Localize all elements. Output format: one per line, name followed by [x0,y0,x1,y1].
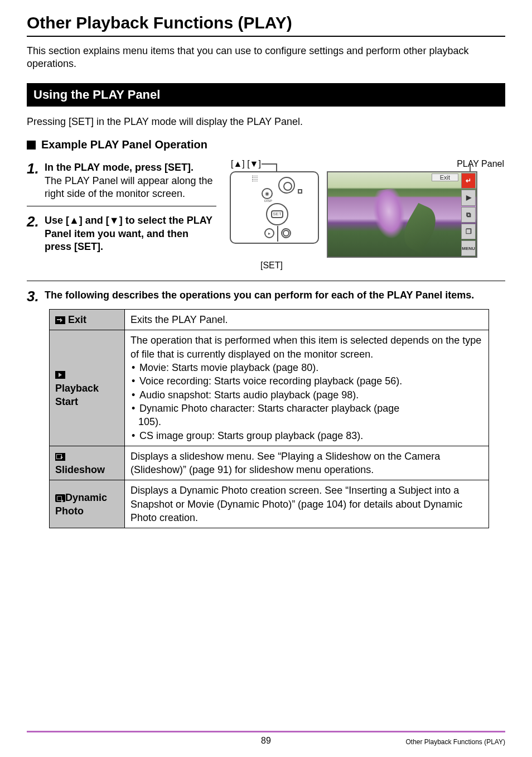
example-heading: Example PLAY Panel Operation [27,138,505,151]
arrows-label: [▲] [▼] [231,159,261,169]
square-bullet-icon [27,141,36,150]
page-number: 89 [186,736,346,746]
screen-illustration: Exit ↵ ▶ ⧉ ❐ MENU [327,171,477,269]
step-1-head: In the PLAY mode, press [SET]. [45,161,216,174]
step-2: 2. Use [▲] and [▼] to select the PLAY Pa… [27,212,216,253]
playback-label-1: Playback [55,383,99,394]
menu-button-icon [281,228,291,238]
slideshow-label: Slideshow [55,464,105,475]
row-exit-header: Exit [50,310,125,330]
screen-exit-label: Exit [432,173,458,181]
play-button-icon: ▸ [264,228,274,238]
step-3: 3. The following describes the operation… [27,287,505,303]
dynamic-label-2: Photo [55,505,84,517]
step-number: 1. [27,161,40,200]
table-row: Slideshow Displays a slideshow menu. See… [50,446,489,480]
divider [27,206,216,206]
page-footer: 89 Other Playback Functions (PLAY) [0,731,532,746]
section-heading: Using the PLAY Panel [27,83,505,107]
set-button-icon: SET [271,210,283,218]
footer-chapter: Other Playback Functions (PLAY) [346,738,505,746]
table-row: Dynamic Photo Displays a Dynamic Photo c… [50,480,489,528]
panel-slideshow-icon: ⧉ [461,207,476,223]
exit-label: Exit [68,314,86,325]
dynamic-label-1: Dynamic [65,492,107,503]
play-panel-label: PLAY Panel [457,159,504,169]
dynamic-photo-icon [55,494,65,502]
chapter-title: Other Playback Functions (PLAY) [27,13,505,37]
table-row: Playback Start The operation that is per… [50,330,489,446]
row-slideshow-header: Slideshow [50,446,125,480]
divider [27,281,505,281]
list-item: Movie: Starts movie playback (page 80). [132,361,483,374]
cs-button-icon [298,189,302,194]
playback-intro: The operation that is performed when thi… [130,334,483,361]
list-item: CS image group: Starts group playback (p… [132,429,483,442]
panel-return-icon: ↵ [461,173,476,189]
slideshow-icon [55,453,65,461]
row-dynamic-desc: Displays a Dynamic Photo creation screen… [125,480,489,528]
step-number: 2. [27,214,40,253]
step-number: 3. [27,289,40,303]
play-panel-strip: ↵ ▶ ⧉ ❐ MENU [461,172,476,257]
list-item: Audio snapshot: Starts audio playback (p… [132,388,483,402]
playback-icon [55,371,65,379]
diagram-area: [▲] [▼] PLAY Panel ◉ DISP [230,159,505,276]
step-2-head: Use [▲] and [▼] to select the PLAY Panel… [45,214,216,253]
step-1: 1. In the PLAY mode, press [SET]. The PL… [27,159,216,200]
row-playback-header: Playback Start [50,330,125,446]
mode-dial-icon: ◉ [262,188,273,199]
list-item: Dynamic Photo character: Starts characte… [132,402,483,415]
row-exit-desc: Exits the PLAY Panel. [125,310,489,330]
camera-back-illustration: ◉ DISP SET ▸ [SET] [230,171,319,258]
exit-icon [55,316,65,324]
row-slideshow-desc: Displays a slideshow menu. See “Playing … [125,446,489,480]
operations-table: Exit Exits the PLAY Panel. Playback Star… [49,309,489,528]
step-3-head: The following describes the operations y… [45,289,505,302]
intro-text: This section explains menu items that yo… [27,45,505,71]
panel-dynamic-icon: ❐ [461,224,476,239]
set-label: [SET] [260,261,283,271]
playback-label-2: Start [55,396,78,407]
list-item: Voice recording: Starts voice recording … [132,374,483,388]
panel-play-icon: ▶ [461,190,476,205]
row-dynamic-header: Dynamic Photo [50,480,125,528]
row-playback-desc: The operation that is performed when thi… [125,330,489,446]
table-row: Exit Exits the PLAY Panel. [50,310,489,330]
step-1-sub: The PLAY Panel will appear along the rig… [45,175,216,201]
shutter-circle-icon [278,177,295,194]
section-intro: Pressing [SET] in the PLAY mode will dis… [27,115,505,128]
list-item-continuation: 105). [130,415,483,428]
panel-menu-icon: MENU [461,240,476,256]
example-heading-text: Example PLAY Panel Operation [41,138,207,151]
